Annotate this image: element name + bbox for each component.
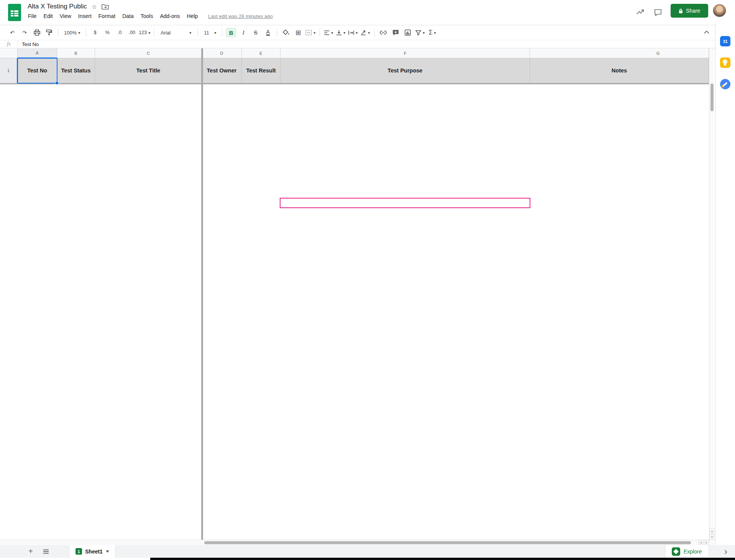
sheet-menu-caret-icon[interactable] [106, 550, 109, 553]
share-button[interactable]: Share [671, 4, 708, 18]
font-size-select[interactable]: 11 [202, 28, 218, 38]
comment-history-icon[interactable] [652, 6, 664, 18]
collapse-toolbar-button[interactable] [702, 27, 712, 37]
bold-button[interactable]: B [226, 28, 236, 38]
column-header-c[interactable]: C [95, 48, 202, 58]
strikethrough-button[interactable]: S [250, 28, 261, 38]
document-title[interactable]: Alta X Testing Public [28, 3, 87, 10]
sheets-logo-icon[interactable] [8, 3, 21, 21]
print-button[interactable] [31, 28, 42, 38]
borders-button[interactable]: ⊞ [293, 28, 304, 38]
column-header-e[interactable]: E [242, 48, 281, 58]
merge-cells-button[interactable] [305, 28, 316, 38]
formula-input[interactable]: Test No [18, 41, 715, 47]
menu-file[interactable]: File [25, 12, 40, 20]
scroll-left-arrow[interactable] [698, 540, 704, 545]
divider [374, 29, 374, 36]
all-sheets-button[interactable] [38, 545, 54, 558]
paint-format-button[interactable] [44, 28, 54, 38]
header-cell-test-title[interactable]: Test Title [95, 58, 202, 83]
column-header-b[interactable]: B [57, 48, 95, 58]
horizontal-align-button[interactable] [323, 28, 334, 38]
header-cell-test-purpose[interactable]: Test Purpose [281, 58, 530, 83]
menu-format[interactable]: Format [95, 12, 119, 20]
column-header-f[interactable]: F [281, 48, 530, 58]
vertical-align-button[interactable] [335, 28, 346, 38]
top-bar: Alta X Testing Public FileEditViewInsert… [0, 0, 735, 25]
font-select[interactable]: Arial [158, 28, 194, 38]
undo-button[interactable]: ↶ [7, 28, 18, 38]
expand-sidebar-chevron[interactable] [720, 546, 731, 557]
lock-icon [679, 8, 683, 13]
activity-icon[interactable] [634, 6, 646, 18]
menu-tools[interactable]: Tools [137, 12, 157, 20]
vertical-scrollbar[interactable] [709, 48, 714, 540]
text-wrap-button[interactable] [348, 28, 358, 38]
scroll-down-arrow[interactable] [709, 534, 715, 539]
header-row: 1Test NoTest StatusTest TitleTest OwnerT… [0, 58, 709, 83]
increase-decimal-button[interactable]: .00 [126, 28, 137, 38]
column-header-g[interactable]: G [530, 48, 709, 58]
sheet-name: Sheet1 [85, 549, 103, 555]
menu-add-ons[interactable]: Add-ons [156, 12, 183, 20]
menu-view[interactable]: View [56, 12, 75, 20]
italic-button[interactable]: I [238, 28, 249, 38]
zoom-select[interactable]: 100% [62, 28, 82, 38]
header-cell-test-status[interactable]: Test Status [57, 58, 95, 83]
sheet-bar: + 1 Sheet1 [0, 545, 735, 558]
rows-container: 1Test NoTest StatusTest TitleTest OwnerT… [0, 58, 709, 83]
divider [198, 29, 198, 36]
header-cell-test-owner[interactable]: Test Owner [202, 58, 242, 83]
column-header-d[interactable]: D [202, 48, 242, 58]
star-icon[interactable] [92, 3, 97, 10]
decrease-decimal-button[interactable]: .0 [114, 28, 125, 38]
select-all-corner[interactable] [0, 48, 18, 58]
avatar[interactable] [713, 4, 726, 17]
text-rotation-button[interactable] [360, 28, 371, 38]
header-cell-notes[interactable]: Notes [530, 58, 709, 83]
header-cell-test-no[interactable]: Test No [18, 58, 57, 83]
insert-comment-button[interactable] [390, 28, 401, 38]
sheet-grid: ABCDEFG 1Test NoTest StatusTest TitleTes… [0, 48, 709, 540]
column-header-a[interactable]: A [18, 48, 57, 58]
tasks-icon[interactable] [720, 79, 730, 89]
screen-edge-strip [150, 558, 735, 560]
functions-button[interactable]: Σ [427, 28, 438, 38]
header-cell-test-result[interactable]: Test Result [242, 58, 281, 83]
last-edit-link[interactable]: Last edit was 28 minutes ago [208, 13, 272, 19]
sheet-tab-sheet1[interactable]: 1 Sheet1 [69, 545, 116, 558]
menu-data[interactable]: Data [119, 12, 137, 20]
insert-chart-button[interactable] [402, 28, 413, 38]
add-sheet-button[interactable]: + [23, 545, 38, 558]
format-currency-button[interactable]: $ [90, 28, 100, 38]
move-folder-icon[interactable] [102, 3, 109, 10]
menu-bar: FileEditViewInsertFormatDataToolsAdd-ons… [25, 12, 273, 20]
calendar-icon[interactable]: 31 [720, 36, 730, 46]
explore-button[interactable]: Explore [665, 545, 708, 558]
row-number[interactable]: 1 [0, 58, 18, 83]
horizontal-scrollbar[interactable] [0, 540, 714, 545]
menu-edit[interactable]: Edit [40, 12, 56, 20]
redo-button[interactable]: ↷ [19, 28, 30, 38]
menu-insert[interactable]: Insert [75, 12, 95, 20]
menu-help[interactable]: Help [184, 12, 202, 20]
fill-handle[interactable] [55, 81, 59, 85]
filter-button[interactable] [415, 28, 425, 38]
scroll-up-arrow[interactable] [709, 528, 715, 534]
format-percent-button[interactable]: % [102, 28, 113, 38]
right-sidebar: 31 [715, 24, 735, 545]
column-header-row: ABCDEFG [0, 48, 709, 58]
horizontal-scrollbar-thumb[interactable] [204, 541, 691, 544]
toolbar: ↶ ↷ 100% $ % .0 .00 123 Arial 11 B I S A… [0, 25, 715, 40]
keep-icon[interactable] [720, 57, 730, 68]
divider [222, 29, 222, 36]
explore-label: Explore [684, 549, 702, 555]
fx-label: fx [0, 41, 18, 47]
more-formats-button[interactable]: 123 [139, 28, 150, 38]
explore-icon [672, 547, 680, 556]
scroll-right-arrow[interactable] [704, 540, 709, 545]
text-color-button[interactable]: A [262, 28, 273, 38]
vertical-scrollbar-thumb[interactable] [710, 84, 714, 111]
insert-link-button[interactable] [378, 28, 389, 38]
fill-color-button[interactable] [281, 28, 291, 38]
